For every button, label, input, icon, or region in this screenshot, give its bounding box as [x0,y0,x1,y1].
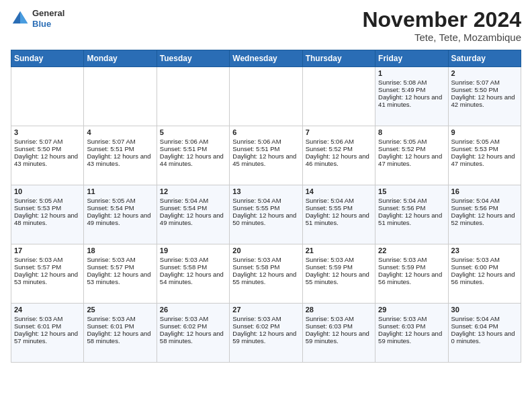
calendar-cell [302,67,375,126]
daylight-text: Daylight: 12 hours and 51 minutes. [378,212,445,226]
daylight-text: Daylight: 12 hours and 52 minutes. [451,212,518,226]
daylight-text: Daylight: 12 hours and 59 minutes. [306,330,372,345]
calendar-cell: 16Sunrise: 5:04 AMSunset: 5:56 PMDayligh… [448,185,521,244]
day-number: 13 [232,187,299,195]
calendar-cell: 14Sunrise: 5:04 AMSunset: 5:55 PMDayligh… [302,185,375,244]
sunset-text: Sunset: 5:55 PM [232,204,299,212]
sunset-text: Sunset: 5:53 PM [14,204,81,212]
daylight-text: Daylight: 12 hours and 53 minutes. [14,271,81,285]
daylight-text: Daylight: 12 hours and 53 minutes. [87,271,153,285]
calendar-cell: 1Sunrise: 5:08 AMSunset: 5:49 PMDaylight… [375,67,448,126]
calendar-cell: 15Sunrise: 5:04 AMSunset: 5:56 PMDayligh… [375,185,448,244]
sunrise-text: Sunrise: 5:03 AM [306,256,372,263]
daylight-text: Daylight: 12 hours and 58 minutes. [160,330,226,345]
sunrise-text: Sunrise: 5:04 AM [451,315,518,322]
calendar-cell: 6Sunrise: 5:06 AMSunset: 5:51 PMDaylight… [230,126,302,185]
day-number: 21 [306,246,372,255]
calendar-body: 1Sunrise: 5:08 AMSunset: 5:49 PMDaylight… [11,67,521,363]
col-saturday: Saturday [448,50,521,67]
calendar-cell: 4Sunrise: 5:07 AMSunset: 5:51 PMDaylight… [84,126,157,185]
daylight-text: Daylight: 12 hours and 51 minutes. [306,212,372,226]
sunrise-text: Sunrise: 5:06 AM [306,138,372,145]
day-number: 20 [232,246,299,255]
col-monday: Monday [84,50,157,67]
sunrise-text: Sunrise: 5:07 AM [451,79,518,86]
page-header: General Blue November 2024 Tete, Tete, M… [11,8,521,43]
sunset-text: Sunset: 5:52 PM [306,145,372,152]
sunset-text: Sunset: 5:50 PM [451,86,518,93]
sunrise-text: Sunrise: 5:03 AM [306,315,372,322]
daylight-text: Daylight: 12 hours and 59 minutes. [378,330,445,345]
calendar-week-5: 24Sunrise: 5:03 AMSunset: 6:01 PMDayligh… [11,304,521,363]
sunrise-text: Sunrise: 5:04 AM [378,197,445,204]
sunset-text: Sunset: 5:51 PM [87,145,153,152]
calendar-cell: 9Sunrise: 5:05 AMSunset: 5:53 PMDaylight… [448,126,521,185]
sunset-text: Sunset: 5:57 PM [87,263,153,271]
daylight-text: Daylight: 12 hours and 59 minutes. [232,330,299,345]
sunset-text: Sunset: 5:52 PM [378,145,445,152]
sunrise-text: Sunrise: 5:03 AM [87,256,153,263]
calendar-week-3: 10Sunrise: 5:05 AMSunset: 5:53 PMDayligh… [11,185,521,244]
daylight-text: Daylight: 12 hours and 56 minutes. [378,271,445,285]
sunset-text: Sunset: 6:04 PM [451,322,518,330]
calendar-cell: 11Sunrise: 5:05 AMSunset: 5:54 PMDayligh… [84,185,157,244]
daylight-text: Daylight: 12 hours and 55 minutes. [306,271,372,285]
logo-general: General [32,8,64,19]
sunrise-text: Sunrise: 5:03 AM [378,315,445,322]
sunrise-text: Sunrise: 5:03 AM [232,315,299,322]
sunrise-text: Sunrise: 5:04 AM [160,197,226,204]
day-number: 16 [451,187,518,195]
sunset-text: Sunset: 5:49 PM [378,86,445,93]
calendar-cell: 5Sunrise: 5:06 AMSunset: 5:51 PMDaylight… [157,126,229,185]
logo-text: General Blue [32,8,64,29]
sunset-text: Sunset: 5:58 PM [232,263,299,271]
col-friday: Friday [375,50,448,67]
col-wednesday: Wednesday [230,50,302,67]
svg-marker-1 [20,11,28,23]
location: Tete, Tete, Mozambique [362,32,521,43]
sunrise-text: Sunrise: 5:05 AM [14,197,81,204]
sunset-text: Sunset: 5:57 PM [14,263,81,271]
day-number: 10 [14,187,81,195]
day-number: 15 [378,187,445,195]
daylight-text: Daylight: 12 hours and 50 minutes. [232,212,299,226]
daylight-text: Daylight: 12 hours and 55 minutes. [232,271,299,285]
sunset-text: Sunset: 6:02 PM [232,322,299,330]
sunrise-text: Sunrise: 5:07 AM [14,138,81,145]
col-thursday: Thursday [302,50,375,67]
day-number: 7 [306,128,372,136]
calendar-cell [11,67,84,126]
logo-blue: Blue [32,19,64,30]
sunrise-text: Sunrise: 5:05 AM [87,197,153,204]
logo: General Blue [11,8,64,29]
sunset-text: Sunset: 5:54 PM [160,204,226,212]
sunset-text: Sunset: 5:51 PM [232,145,299,152]
month-title: November 2024 [362,8,521,32]
calendar-cell [157,67,229,126]
calendar-cell: 27Sunrise: 5:03 AMSunset: 6:02 PMDayligh… [230,304,302,363]
day-number: 30 [451,306,518,314]
header-row: Sunday Monday Tuesday Wednesday Thursday… [11,50,521,67]
day-number: 3 [14,128,81,136]
day-number: 29 [378,306,445,314]
sunset-text: Sunset: 5:54 PM [87,204,153,212]
calendar-cell: 18Sunrise: 5:03 AMSunset: 5:57 PMDayligh… [84,244,157,304]
calendar-cell: 8Sunrise: 5:05 AMSunset: 5:52 PMDaylight… [375,126,448,185]
sunrise-text: Sunrise: 5:05 AM [451,138,518,145]
day-number: 27 [232,306,299,314]
sunrise-text: Sunrise: 5:07 AM [87,138,153,145]
day-number: 9 [451,128,518,136]
daylight-text: Daylight: 12 hours and 41 minutes. [378,93,445,108]
calendar-cell: 29Sunrise: 5:03 AMSunset: 6:03 PMDayligh… [375,304,448,363]
day-number: 1 [378,69,445,77]
sunset-text: Sunset: 6:01 PM [14,322,81,330]
logo-icon [11,9,30,28]
calendar-cell: 24Sunrise: 5:03 AMSunset: 6:01 PMDayligh… [11,304,84,363]
calendar-cell: 22Sunrise: 5:03 AMSunset: 5:59 PMDayligh… [375,244,448,304]
calendar-cell: 23Sunrise: 5:03 AMSunset: 6:00 PMDayligh… [448,244,521,304]
daylight-text: Daylight: 12 hours and 42 minutes. [451,93,518,108]
calendar-table: Sunday Monday Tuesday Wednesday Thursday… [11,50,521,363]
daylight-text: Daylight: 12 hours and 58 minutes. [87,330,153,345]
calendar-cell: 2Sunrise: 5:07 AMSunset: 5:50 PMDaylight… [448,67,521,126]
sunrise-text: Sunrise: 5:03 AM [160,256,226,263]
